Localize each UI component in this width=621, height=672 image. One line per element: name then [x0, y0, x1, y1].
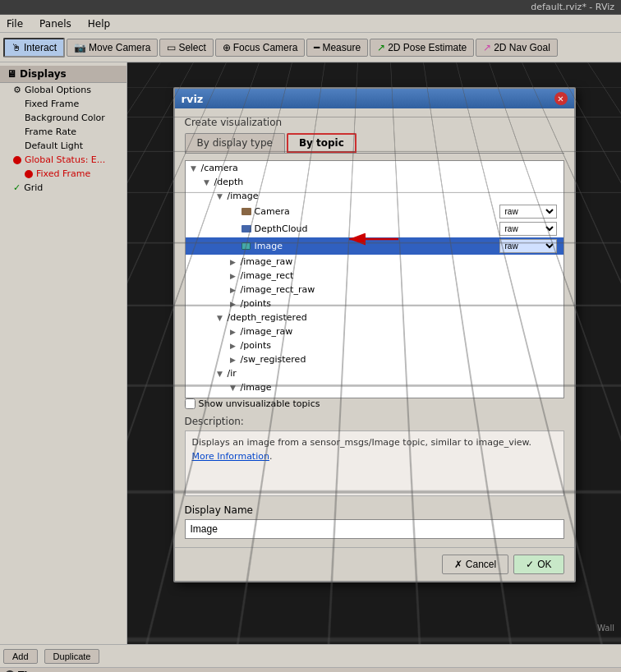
interact-button[interactable]: 🖱 Interact: [3, 38, 65, 58]
tree-item-dr-sw-registered[interactable]: ▶ /sw_registered: [186, 352, 564, 366]
expand-icon: ▶: [228, 355, 238, 365]
tree-item-camera-viz[interactable]: Camera raw compressed: [186, 203, 564, 220]
cursor-icon: 🖱: [12, 42, 21, 53]
menu-panels[interactable]: Panels: [36, 17, 75, 30]
sidebar-header: 🖥 Displays: [0, 66, 126, 83]
camera-type-select[interactable]: raw compressed: [499, 205, 557, 219]
tree-item-depthcloud-viz[interactable]: DepthCloud raw compressed: [186, 220, 564, 237]
select-label: Select: [178, 42, 205, 53]
spacer: [228, 224, 238, 234]
tree-item-dr-points[interactable]: ▶ /points: [186, 338, 564, 352]
ok-button[interactable]: ✓ OK: [513, 555, 564, 574]
focus-camera-icon: ⊕: [223, 42, 231, 53]
tree-item-image-rect[interactable]: ▶ /image_rect: [186, 269, 564, 283]
sidebar-item-grid[interactable]: ✓ Grid: [0, 181, 126, 195]
tree-item-depth-registered[interactable]: ▼ /depth_registered: [186, 311, 564, 324]
cancel-button[interactable]: ✗ Cancel: [442, 555, 508, 574]
spacer: [228, 242, 238, 251]
ok-icon: ✓: [526, 559, 534, 570]
title-text: default.rviz* - RViz: [531, 2, 614, 12]
nav-goal-icon: ↗: [483, 42, 491, 53]
image-icon: [241, 242, 252, 251]
dialog-close-button[interactable]: ✕: [554, 92, 568, 105]
sidebar-item-global-options[interactable]: ⚙ Global Options: [0, 83, 126, 97]
expand-icon: ▼: [202, 177, 212, 187]
tree-item-image-folder[interactable]: ▼ /image: [186, 189, 564, 203]
topic-tree[interactable]: ▼ /camera ▼ /depth ▼ /image: [185, 160, 564, 398]
sidebar-item-fixed-frame[interactable]: Fixed Frame: [0, 97, 126, 111]
main-layout: 🖥 Displays ⚙ Global Options Fixed Frame …: [0, 62, 621, 644]
sidebar: 🖥 Displays ⚙ Global Options Fixed Frame …: [0, 62, 127, 644]
menu-file[interactable]: File: [3, 17, 26, 30]
ok-label: OK: [537, 559, 551, 570]
create-visualization-dialog: rviz ✕ Create visualization By display t…: [173, 87, 576, 582]
tree-item-ir[interactable]: ▼ /ir: [186, 366, 564, 380]
camera-icon: [241, 207, 252, 217]
description-label: Description:: [185, 416, 564, 427]
show-unvisualizable-label: Show unvisualizable topics: [199, 398, 320, 409]
nav-goal-button[interactable]: ↗ 2D Nav Goal: [476, 39, 558, 57]
select-button[interactable]: ▭ Select: [159, 39, 213, 57]
sidebar-item-default-light[interactable]: Default Light: [0, 139, 126, 153]
expand-icon: ▶: [228, 285, 238, 295]
expand-icon: ▶: [228, 341, 238, 351]
nav-goal-label: 2D Nav Goal: [494, 42, 550, 53]
check-icon: ✓: [13, 182, 21, 193]
measure-label: Measure: [322, 42, 361, 53]
image-type-select[interactable]: raw compressed: [499, 239, 557, 253]
tree-item-image-viz[interactable]: Image raw compressed: [186, 237, 564, 255]
expand-icon: ▶: [228, 327, 238, 337]
tree-item-image-rect-raw[interactable]: ▶ /image_rect_raw: [186, 283, 564, 297]
pose-estimate-icon: ↗: [377, 42, 385, 53]
expand-icon: ▼: [215, 191, 225, 201]
more-info-link[interactable]: More Information: [192, 451, 269, 462]
gear-icon: ⚙: [13, 85, 21, 95]
add-button[interactable]: Add: [3, 649, 38, 664]
move-camera-icon: 📷: [74, 42, 86, 53]
show-unvisualizable-checkbox[interactable]: [185, 398, 196, 409]
description-box: Displays an image from a sensor_msgs/Ima…: [185, 430, 564, 496]
dialog-titlebar: rviz ✕: [175, 89, 574, 108]
sidebar-item-frame-rate[interactable]: Frame Rate: [0, 125, 126, 139]
tree-item-depth[interactable]: ▼ /depth: [186, 175, 564, 189]
tab-by-display-type[interactable]: By display type: [185, 133, 285, 153]
focus-camera-button[interactable]: ⊕ Focus Camera: [215, 39, 306, 57]
sidebar-item-fixed-frame-error[interactable]: Fixed Frame: [0, 167, 126, 181]
bottom-panel: Add Duplicate: [0, 644, 621, 667]
tree-item-camera[interactable]: ▼ /camera: [186, 161, 564, 175]
measure-button[interactable]: ━ Measure: [306, 39, 368, 57]
pose-estimate-button[interactable]: ↗ 2D Pose Estimate: [370, 39, 474, 57]
error-icon-2: [25, 170, 33, 178]
spacer: [228, 207, 238, 217]
sidebar-item-global-status[interactable]: Global Status: E...: [0, 153, 126, 167]
toolbar: 🖱 Interact 📷 Move Camera ▭ Select ⊕ Focu…: [0, 33, 621, 62]
move-camera-label: Move Camera: [89, 42, 150, 53]
cancel-icon: ✗: [454, 559, 462, 570]
dialog-footer: ✗ Cancel ✓ OK: [175, 547, 574, 581]
expand-icon: ▶: [228, 271, 238, 281]
depthcloud-type-select[interactable]: raw compressed: [499, 222, 557, 236]
3d-view-area[interactable]: Wall rviz ✕ Create visualization By disp…: [127, 62, 621, 644]
tree-item-ir-image[interactable]: ▼ /image: [186, 380, 564, 394]
title-bar: default.rviz* - RViz: [0, 0, 621, 15]
tab-bar: By display type By topic: [185, 133, 564, 154]
menu-help[interactable]: Help: [85, 17, 113, 30]
tree-item-points[interactable]: ▶ /points: [186, 297, 564, 311]
move-camera-button[interactable]: 📷 Move Camera: [67, 39, 158, 57]
sidebar-item-bg-color[interactable]: Background Color: [0, 111, 126, 125]
display-name-input[interactable]: [185, 519, 564, 539]
tab-by-topic[interactable]: By topic: [287, 133, 356, 153]
dialog-overlay: rviz ✕ Create visualization By display t…: [127, 62, 621, 644]
tree-item-image-raw[interactable]: ▶ /image_raw: [186, 255, 564, 269]
duplicate-button[interactable]: Duplicate: [44, 649, 100, 664]
error-icon: [13, 156, 21, 164]
focus-camera-label: Focus Camera: [233, 42, 298, 53]
expand-icon: ▼: [189, 163, 199, 173]
description-suffix: .: [269, 451, 273, 462]
expand-icon: ▼: [215, 369, 225, 379]
display-name-section: Display Name: [185, 504, 564, 539]
expand-icon: ▼: [228, 383, 238, 393]
tree-item-dr-image-raw[interactable]: ▶ /image_raw: [186, 324, 564, 338]
dialog-title: rviz: [182, 93, 204, 105]
interact-label: Interact: [24, 42, 57, 53]
